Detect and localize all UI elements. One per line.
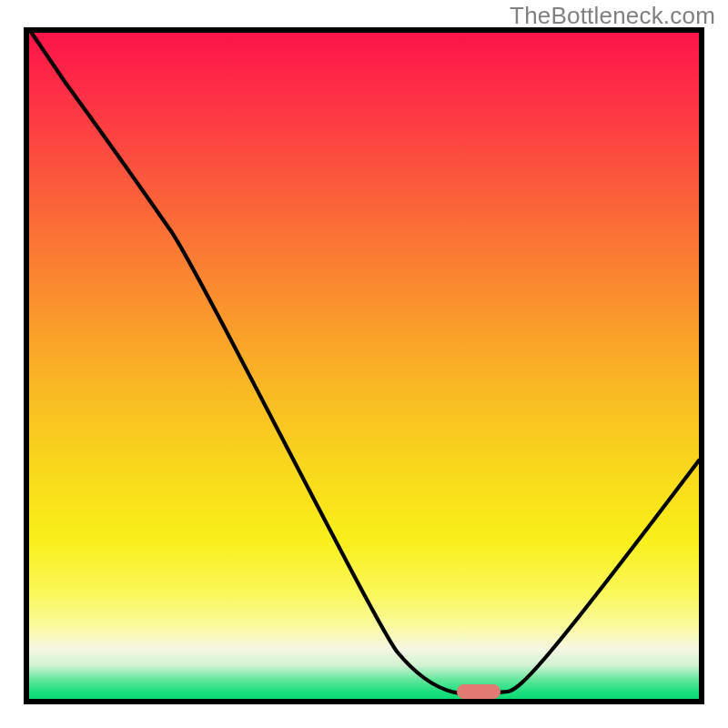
optimal-marker — [457, 684, 500, 699]
bottleneck-curve — [29, 33, 699, 699]
plot-area — [24, 27, 704, 704]
watermark-text: TheBottleneck.com — [510, 2, 715, 30]
chart-container: TheBottleneck.com — [0, 0, 728, 728]
